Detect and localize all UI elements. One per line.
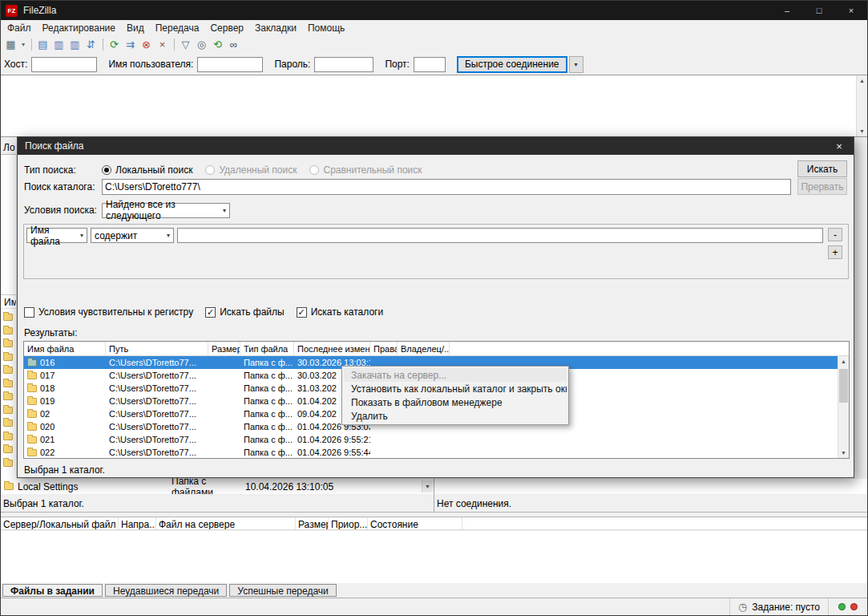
toggle-remote-tree-icon[interactable]: ▥ [67, 37, 83, 52]
scrollbar-thumb[interactable] [839, 369, 848, 403]
search-option-checkbox[interactable]: Условия чувствительны к регистру [24, 306, 193, 318]
queue-column-header[interactable]: Сервер/Локальный файл [1, 517, 119, 529]
search-type-radio[interactable]: Локальный поиск [102, 164, 192, 176]
scroll-up-icon[interactable]: ▲ [857, 75, 867, 86]
queue-column-header[interactable]: Размер [296, 517, 329, 529]
condition-field-select[interactable]: Имя файла ▾ [26, 228, 87, 243]
find-icon[interactable]: ∞ [226, 37, 241, 52]
toolbar: ▦▾▤▥▥⇵⟳⇉⊗×▽◎⟲∞ [1, 35, 867, 54]
context-menu-item[interactable]: Установить как локальный каталог и закры… [344, 382, 567, 395]
search-type-row: Тип поиска: Локальный поискУдаленный пои… [24, 162, 435, 178]
radio-icon [205, 165, 215, 175]
close-button[interactable]: × [835, 1, 867, 20]
toggle-queue-icon[interactable]: ⇵ [83, 37, 99, 52]
red-led [850, 603, 858, 610]
menu-item-Файл[interactable]: Файл [2, 21, 37, 35]
password-input[interactable] [314, 57, 373, 72]
results-column-header[interactable]: Владелец/... [398, 342, 450, 355]
queue-column-header[interactable]: Приор... [329, 517, 368, 529]
condition-operator-select[interactable]: содержит ▾ [91, 228, 174, 243]
tab-Файлы в задании[interactable]: Файлы в задании [2, 584, 103, 597]
conditions-match-select[interactable]: Найдено все из следующего ▾ [102, 203, 230, 218]
filter-icon[interactable]: ▽ [178, 37, 193, 52]
quickconnect-button[interactable]: Быстрое соединение [457, 56, 567, 73]
tab-Успешные передачи[interactable]: Успешные передачи [229, 584, 337, 597]
site-manager-icon[interactable]: ▦ [3, 37, 18, 52]
toggle-local-tree-icon[interactable]: ▥ [51, 37, 67, 52]
process-queue-icon[interactable]: ⇉ [123, 37, 138, 52]
menu-item-Редактирование[interactable]: Редактирование [37, 21, 121, 35]
results-cell: Папка с ф... [240, 358, 294, 367]
queue-column-header[interactable]: Файл на сервере [156, 517, 296, 529]
queue-column-header[interactable]: Напра... [119, 517, 156, 529]
local-file-modified: 10.04.2026 13:10:05 [245, 481, 422, 492]
menu-item-Помощь[interactable]: Помощь [302, 21, 350, 35]
results-cell: C:\Users\DToretto77... [106, 396, 208, 406]
search-button[interactable]: Искать [797, 160, 847, 177]
host-input[interactable] [31, 57, 97, 72]
results-row[interactable]: 022C:\Users\DToretto77...Папка с ф...01.… [24, 446, 838, 458]
disconnect-icon[interactable]: × [155, 37, 170, 52]
file-name: 018 [40, 383, 55, 393]
results-column-header[interactable]: Последнее измен... [294, 342, 370, 355]
remove-condition-button[interactable]: - [828, 228, 842, 241]
condition-value-input[interactable] [177, 228, 823, 243]
compare-icon[interactable]: ◎ [194, 37, 209, 52]
results-cell-name: 02 [24, 409, 106, 419]
menu-item-Сервер[interactable]: Сервер [204, 21, 249, 35]
results-row[interactable]: 021C:\Users\DToretto77...Папка с ф...01.… [24, 433, 838, 446]
search-option-checkbox[interactable]: ✓Искать каталоги [297, 306, 383, 318]
results-cell: 01.04.2026 9:55:44 [294, 448, 370, 457]
radio-icon [309, 165, 319, 175]
results-cell-name: 017 [24, 371, 106, 380]
scroll-up-icon[interactable]: ▲ [838, 356, 849, 367]
search-dir-input[interactable] [102, 179, 791, 195]
search-option-checkboxes: Условия чувствительны к регистру✓Искать … [24, 306, 395, 318]
results-column-header[interactable]: Тип файла [240, 342, 294, 355]
port-input[interactable] [414, 57, 446, 72]
results-cell: Папка с ф... [240, 396, 294, 406]
stop-button: Прервать [797, 178, 847, 195]
tab-Неудавшиеся передачи[interactable]: Неудавшиеся передачи [105, 584, 227, 597]
site-manager-dropdown-icon[interactable]: ▾ [19, 37, 27, 52]
results-scrollbar[interactable]: ▲ ▼ [838, 356, 849, 458]
remote-pane-status: Нет соединения. [434, 494, 867, 513]
cancel-icon[interactable]: ⊗ [139, 37, 154, 52]
dialog-close-icon[interactable]: × [825, 137, 854, 155]
chevron-down-icon: ▾ [167, 232, 170, 239]
queue-column-header[interactable]: Состояние [368, 517, 462, 529]
results-column-header[interactable]: Путь [106, 342, 208, 355]
context-menu-item[interactable]: Удалить [344, 409, 567, 423]
quickconnect-dropdown-icon[interactable]: ▾ [569, 56, 583, 73]
results-column-header[interactable]: Имя файла [24, 342, 106, 355]
toggle-message-log-icon[interactable]: ▤ [35, 37, 50, 52]
sync-browse-icon[interactable]: ⟲ [210, 37, 225, 52]
menu-item-Передача[interactable]: Передача [150, 21, 205, 35]
menu-bar: ФайлРедактированиеВидПередачаСерверЗакла… [1, 20, 867, 35]
search-type-radios: Локальный поискУдаленный поискСравнитель… [102, 164, 435, 176]
context-menu-item: Закачать на сервер... [344, 368, 567, 382]
username-input[interactable] [197, 57, 263, 72]
scroll-down-icon[interactable]: ▼ [857, 126, 867, 136]
refresh-icon[interactable]: ⟳ [107, 37, 122, 52]
radio-label: Сравнительный поиск [323, 164, 422, 176]
folder-icon [27, 359, 37, 367]
chevron-down-icon: ▾ [80, 232, 83, 239]
local-file-row[interactable]: Local Settings Папка с файлами 10.04.202… [1, 479, 434, 494]
search-dialog: Поиск файла × Тип поиска: Локальный поис… [17, 136, 854, 478]
results-column-header[interactable]: Размер [208, 342, 240, 355]
add-condition-button[interactable]: + [828, 245, 842, 259]
menu-item-Вид[interactable]: Вид [121, 21, 150, 35]
folder-icon [27, 424, 37, 431]
results-column-header[interactable]: Права [370, 342, 398, 355]
minimize-button[interactable]: – [771, 1, 803, 20]
menu-item-Закладки[interactable]: Закладки [249, 21, 302, 35]
scroll-down-icon[interactable]: ▼ [838, 448, 849, 458]
scroll-down-icon[interactable]: ▼ [422, 480, 433, 492]
maximize-button[interactable]: □ [803, 1, 835, 20]
context-menu-item[interactable]: Показать в файловом менеджере [344, 395, 567, 409]
search-option-checkbox[interactable]: ✓Искать файлы [205, 306, 285, 318]
message-log-scrollbar[interactable]: ▲ ▼ [856, 75, 867, 136]
folder-icon [4, 483, 14, 490]
checkbox-label: Искать каталоги [311, 306, 383, 318]
